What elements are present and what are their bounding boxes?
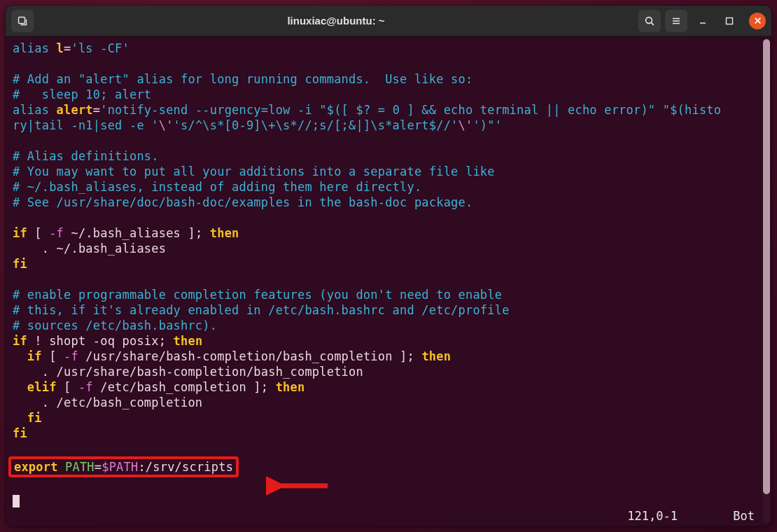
status-position: 121,0-1 [627,508,678,524]
keyword-fi: fi [13,257,27,271]
svg-rect-7 [727,18,733,24]
menu-button[interactable] [665,10,687,32]
close-button[interactable] [749,13,766,29]
keyword-alias: alias [13,103,49,117]
terminal-content: alias l='ls -CF' # Add an "alert" alias … [13,41,771,508]
hamburger-icon [671,15,682,27]
cursor [13,495,20,507]
svg-line-2 [651,22,654,25]
minimize-button[interactable] [692,10,714,32]
alias-name-l: l [49,41,64,55]
keyword-fi: fi [13,426,27,440]
close-icon [754,17,762,24]
search-icon [644,15,655,27]
scrollbar-thumb[interactable] [763,39,770,494]
window-title: linuxiac@ubuntu: ~ [34,15,638,27]
terminal-window: linuxiac@ubuntu: ~ [6,6,771,526]
terminal-viewport[interactable]: alias l='ls -CF' # Add an "alert" alias … [6,36,771,526]
svg-point-1 [646,17,652,23]
var-path-ref: $PATH [102,460,138,474]
window-titlebar: linuxiac@ubuntu: ~ [6,6,771,36]
alias-name-alert: alert [49,103,93,117]
new-tab-icon [17,15,28,27]
highlighted-export-line: export PATH=$PATH:/srv/scripts [8,456,239,477]
vim-status-line: 121,0-1 Bot [6,508,762,524]
terminal-scrollbar[interactable] [763,39,770,524]
svg-rect-0 [19,17,25,23]
minimize-icon [697,15,708,27]
desktop-background: linuxiac@ubuntu: ~ [0,0,777,532]
keyword-if: if [13,226,27,240]
keyword-export: export [14,460,58,474]
maximize-icon [724,15,735,27]
search-button[interactable] [638,10,661,32]
new-tab-button[interactable] [11,10,34,32]
maximize-button[interactable] [718,10,741,32]
status-right: Bot [733,508,755,524]
varname-path: PATH [58,460,94,474]
keyword-alias: alias [13,41,49,55]
keyword-if: if [13,334,27,348]
